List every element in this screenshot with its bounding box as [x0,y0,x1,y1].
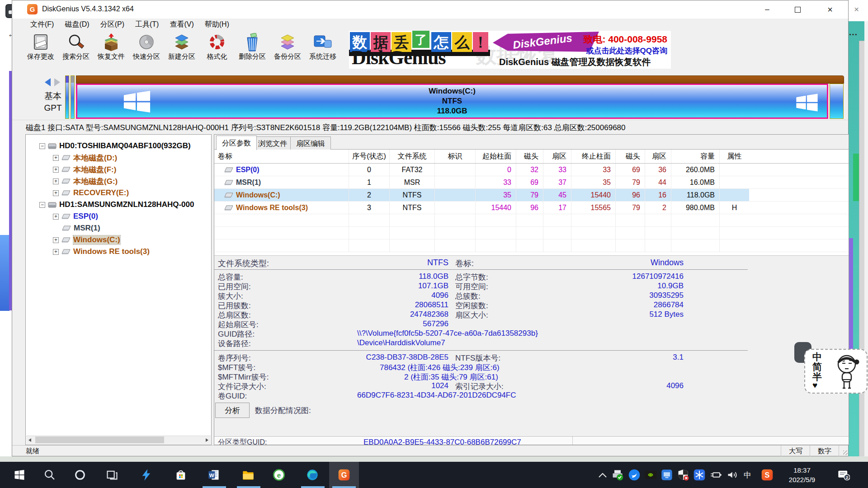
banner-tile: ！ [473,32,488,52]
details-row: GUID路径:\\?\Volume{fcf0fc5b-5207-47ce-a60… [214,329,849,338]
pinned-app-lightning-icon[interactable] [140,469,153,481]
tray-security-shield-icon[interactable] [677,469,689,481]
menu-disk[interactable]: 磁盘(D) [59,19,94,30]
collapse-icon[interactable]: − [39,202,45,208]
pinned-app-explorer-icon[interactable] [242,469,255,481]
start-button[interactable] [13,469,26,481]
tray-power-icon[interactable] [710,469,722,481]
menu-tools[interactable]: 工具(T) [130,19,164,30]
pinned-app-browser-360-icon[interactable]: e [273,469,285,481]
svg-text:e: e [277,471,281,479]
ime-sticker-widget[interactable]: 中 简 半 ♥ [804,349,868,394]
sticker-cartoon-person [829,352,865,392]
expand-icon[interactable]: + [53,178,59,184]
next-disk-arrow-icon[interactable] [54,78,60,86]
menu-view[interactable]: 查看(V) [164,19,199,30]
tree-item-recovery-e[interactable]: + RECOVERY(E:) [26,187,129,199]
pinned-app-store-icon[interactable] [175,469,187,481]
menu-help[interactable]: 帮助(H) [199,19,235,30]
disk-bar-header [76,75,844,84]
table-row-msr[interactable]: MSR(1) 1 MSR 33 69 37 35 79 44 16.0MB [214,176,849,189]
tray-snowflake-icon[interactable] [693,469,706,481]
task-view-icon[interactable] [106,469,118,481]
partition-icon [61,237,71,243]
backup-partition-button[interactable]: 备份分区 [270,32,305,69]
tree-item-msr[interactable]: MSR(1) [26,222,100,234]
expand-icon[interactable]: + [53,214,59,220]
disk-bar-windows-partition[interactable]: Windows(C:) NTFS 118.0GB [76,84,828,119]
menu-file[interactable]: 文件(F) [25,19,59,30]
tree-item-windows-re[interactable]: + Windows RE tools(3) [26,246,150,258]
resize-grip[interactable] [839,446,849,456]
table-row-windows-selected[interactable]: Windows(C:) 2 NTFS 35 79 45 15440 96 16 … [214,189,849,202]
taskbar-diskgenius-tile[interactable]: G [329,462,359,488]
prev-disk-arrow-icon[interactable] [45,78,51,86]
tree-item-hd0[interactable]: − HD0:TOSHIBAMQ04ABF100(932GB) [26,140,191,152]
expand-icon[interactable]: + [53,237,59,243]
expand-icon[interactable]: + [53,155,59,161]
expand-icon[interactable]: + [53,167,59,173]
notification-center-icon[interactable]: 2 [837,469,850,481]
tray-printer-icon[interactable] [611,469,624,481]
minimize-button[interactable]: – [756,0,778,19]
close-button[interactable]: × [818,0,842,19]
system-migrate-button[interactable]: 系统迁移 [305,32,340,69]
tree-horizontal-scrollbar[interactable] [26,436,211,444]
recover-files-button[interactable]: 恢复文件 [94,32,129,69]
search-partition-button[interactable]: 搜索分区 [58,32,94,69]
quick-partition-button[interactable]: 快速分区 [129,32,164,69]
format-button[interactable]: 格式化 [199,32,235,69]
banner-ad[interactable]: 数据恢复 数 据 丢 了 怎 么 ！ DiskGenius DiskGenius… [349,31,671,69]
save-changes-button[interactable]: 保存更改 [23,32,58,69]
scroll-right-arrow-icon[interactable] [203,436,211,444]
background-more-icon[interactable]: … [849,27,858,38]
tab-partition-params[interactable]: 分区参数 [216,136,257,150]
tab-sector-edit[interactable]: 扇区编辑 [290,136,331,150]
disk-bar-re-tools-partition[interactable] [830,84,844,119]
delete-partition-button[interactable]: 删除分区 [235,32,270,69]
expand-icon[interactable]: + [53,249,59,255]
scroll-left-arrow-icon[interactable] [26,436,34,444]
tray-chevron-icon[interactable] [598,472,608,479]
tree-item-hd1[interactable]: − HD1:SAMSUNGMZNLN128HAHQ-000 [26,199,194,211]
disk-bar-msr-partition[interactable] [71,75,75,119]
analyze-button[interactable]: 分析 [215,403,250,418]
table-row-esp[interactable]: ESP(0) 0 FAT32 0 32 33 33 69 36 260.0MB [214,164,849,176]
table-empty-row [214,214,849,227]
cortana-icon[interactable] [74,469,86,481]
tray-sogou-icon[interactable]: S [761,469,774,481]
details-header-row: 文件系统类型: NTFS 卷标: Windows [214,258,849,267]
table-row-windows-re[interactable]: Windows RE tools(3) 3 NTFS 15440 96 17 1… [214,202,849,214]
partition-icon [61,178,71,184]
partition-icon [61,249,71,254]
tray-intel-app-icon[interactable] [660,469,673,481]
banner-qq-link[interactable]: 或点击此处选择QQ咨询 [586,46,667,56]
tray-dingtalk-icon[interactable] [628,469,641,481]
scrollbar-thumb[interactable] [35,436,164,443]
tree-item-local-d[interactable]: + 本地磁盘(D:) [26,152,117,164]
collapse-icon[interactable]: − [39,143,45,149]
filesystem-details: 文件系统类型: NTFS 卷标: Windows 总容量:118.0GB总字节数… [214,255,849,436]
tray-nvidia-icon[interactable] [644,469,657,481]
menu-partition[interactable]: 分区(P) [95,19,130,30]
window-title: DiskGenius V5.4.3.1342 x64 [42,5,134,13]
disk-bar-esp-partition[interactable] [65,75,69,119]
pinned-app-word-icon[interactable]: W [208,469,220,481]
details-row: 已用簇数:28068511空闲簇数:2866784 [214,300,849,310]
allocation-map-label: 数据分配情况图: [255,405,311,416]
pinned-app-edge-icon[interactable] [306,469,319,481]
search-icon[interactable] [43,469,56,481]
taskbar-clock[interactable]: 18:37 2022/5/9 [780,465,824,484]
details-row: 已用空间:107.1GB可用空间:10.9GB [214,282,849,291]
tree-item-esp[interactable]: + ESP(0) [26,211,98,222]
tree-item-local-f[interactable]: + 本地磁盘(F:) [26,164,116,175]
tab-browse-files[interactable]: 浏览文件 [252,136,293,150]
background-close-icon[interactable]: × [854,5,859,14]
tree-item-windows-c[interactable]: + Windows(C:) [26,234,120,246]
tray-volume-icon[interactable] [726,469,739,481]
maximize-button[interactable] [787,0,808,19]
tree-item-local-g[interactable]: + 本地磁盘(G:) [26,175,118,187]
tray-ime-indicator[interactable]: 中 [744,470,751,480]
expand-icon[interactable]: + [53,190,59,196]
new-partition-button[interactable]: 新建分区 [164,32,199,69]
